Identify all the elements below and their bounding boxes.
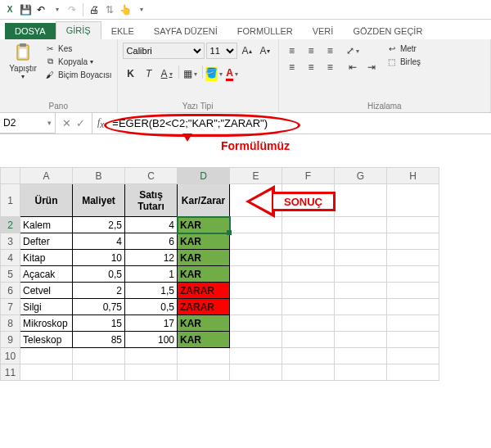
row-header-1[interactable]: 1 [1, 184, 20, 217]
cell-c9[interactable]: 100 [125, 332, 178, 348]
tab-data[interactable]: VERİ [303, 23, 344, 39]
underline-button[interactable]: A [159, 66, 175, 82]
cell[interactable] [230, 266, 282, 283]
cell-a8[interactable]: Mikroskop [20, 315, 73, 332]
cell-b6[interactable]: 2 [73, 283, 125, 299]
row-header-9[interactable]: 9 [1, 332, 20, 348]
cell[interactable] [230, 250, 282, 266]
col-header-h[interactable]: H [387, 168, 439, 184]
cell-d3[interactable]: KAR [178, 233, 230, 250]
cell-d9[interactable]: KAR [178, 332, 230, 348]
cancel-formula-button[interactable]: ✕ [62, 117, 71, 129]
cell[interactable] [230, 315, 282, 332]
cell[interactable] [335, 184, 387, 217]
cell[interactable] [335, 217, 387, 233]
cell[interactable] [282, 283, 335, 299]
undo-icon[interactable]: ↶ [34, 3, 47, 16]
row-header-10[interactable]: 10 [1, 348, 20, 364]
border-button[interactable]: ▦ [182, 66, 199, 82]
cell-a9[interactable]: Teleskop [20, 332, 73, 348]
cut-button[interactable]: ✂ Kes [44, 43, 112, 54]
row-header-3[interactable]: 3 [1, 233, 20, 250]
grow-font-button[interactable]: A▴ [239, 43, 255, 59]
cell[interactable] [282, 332, 335, 348]
cell[interactable] [335, 266, 387, 283]
header-karzarar[interactable]: Kar/Zarar [178, 184, 230, 217]
cell[interactable] [387, 332, 439, 348]
col-header-g[interactable]: G [335, 168, 387, 184]
align-middle-button[interactable]: ≡ [303, 43, 319, 59]
paste-button[interactable]: Yapıştır ▾ [5, 43, 41, 80]
cell-a4[interactable]: Kitap [20, 250, 73, 266]
cell[interactable] [387, 250, 439, 266]
cell[interactable] [282, 266, 335, 283]
fx-icon[interactable]: fx [92, 116, 109, 129]
cell-a5[interactable]: Açacak [20, 266, 73, 283]
cell-a2[interactable]: Kalem [20, 217, 73, 233]
cell-b2[interactable]: 2,5 [73, 217, 125, 233]
tab-review[interactable]: GÖZDEN GEÇİR [343, 23, 432, 39]
tab-home[interactable]: GİRİŞ [56, 21, 101, 39]
undo-dropdown[interactable] [50, 3, 63, 16]
cell-a3[interactable]: Defter [20, 233, 73, 250]
enter-formula-button[interactable]: ✓ [76, 117, 85, 129]
font-size-select[interactable]: 11 [206, 43, 237, 59]
align-bottom-button[interactable]: ≡ [322, 43, 338, 59]
cell[interactable] [335, 332, 387, 348]
col-header-c[interactable]: C [125, 168, 178, 184]
cell[interactable] [387, 217, 439, 233]
row-header-7[interactable]: 7 [1, 299, 20, 315]
cell-b8[interactable]: 15 [73, 315, 125, 332]
sort-icon[interactable]: ⇅ [103, 3, 116, 16]
col-header-e[interactable]: E [230, 168, 282, 184]
col-header-b[interactable]: B [73, 168, 125, 184]
wrap-text-button[interactable]: ↩ Metr [386, 43, 421, 54]
cell[interactable] [230, 217, 282, 233]
fill-handle[interactable] [227, 230, 232, 235]
cell-d6[interactable]: ZARAR [178, 283, 230, 299]
row-header-8[interactable]: 8 [1, 315, 20, 332]
cell[interactable] [282, 299, 335, 315]
cell[interactable] [387, 283, 439, 299]
formula-input[interactable]: =EĞER(B2<C2;"KAR";"ZARAR") [109, 117, 491, 129]
cell-b7[interactable]: 0,75 [73, 299, 125, 315]
cell[interactable] [230, 299, 282, 315]
cell[interactable] [282, 217, 335, 233]
copy-button[interactable]: ⧉ Kopyala ▾ [44, 56, 112, 67]
cell[interactable] [335, 250, 387, 266]
cell[interactable] [335, 299, 387, 315]
cell[interactable] [282, 250, 335, 266]
tab-file[interactable]: DOSYA [5, 23, 56, 39]
header-maliyet[interactable]: Maliyet [73, 184, 125, 217]
row-header-2[interactable]: 2 [1, 217, 20, 233]
decrease-indent-button[interactable]: ⇤ [345, 59, 361, 75]
cell-d4[interactable]: KAR [178, 250, 230, 266]
shrink-font-button[interactable]: A▾ [257, 43, 273, 59]
grid-table[interactable]: A B C D E F G H 1 Ürün Maliyet Satış Tut… [0, 167, 439, 381]
tab-insert[interactable]: EKLE [101, 23, 144, 39]
increase-indent-button[interactable]: ⇥ [363, 59, 380, 75]
cell-b3[interactable]: 4 [73, 233, 125, 250]
cell-c7[interactable]: 0,5 [125, 299, 178, 315]
cell[interactable] [387, 184, 439, 217]
font-color-button[interactable]: A [224, 66, 241, 82]
cell-d5[interactable]: KAR [178, 266, 230, 283]
cell-c3[interactable]: 6 [125, 233, 178, 250]
format-painter-button[interactable]: 🖌 Biçim Boyacısı [44, 69, 112, 80]
align-left-button[interactable]: ≡ [284, 59, 300, 75]
cell-c5[interactable]: 1 [125, 266, 178, 283]
cell-c4[interactable]: 12 [125, 250, 178, 266]
name-box[interactable]: D2 ▾ [0, 113, 56, 133]
cell[interactable] [387, 233, 439, 250]
cell-b9[interactable]: 85 [73, 332, 125, 348]
cell-b4[interactable]: 10 [73, 250, 125, 266]
cell-d7[interactable]: ZARAR [178, 299, 230, 315]
row-header-4[interactable]: 4 [1, 250, 20, 266]
cell[interactable] [230, 233, 282, 250]
cell-c2[interactable]: 4 [125, 217, 178, 233]
cell-c8[interactable]: 17 [125, 315, 178, 332]
tab-page-layout[interactable]: SAYFA DÜZENİ [144, 23, 227, 39]
cell[interactable] [335, 315, 387, 332]
header-urun[interactable]: Ürün [20, 184, 73, 217]
col-header-a[interactable]: A [20, 168, 73, 184]
